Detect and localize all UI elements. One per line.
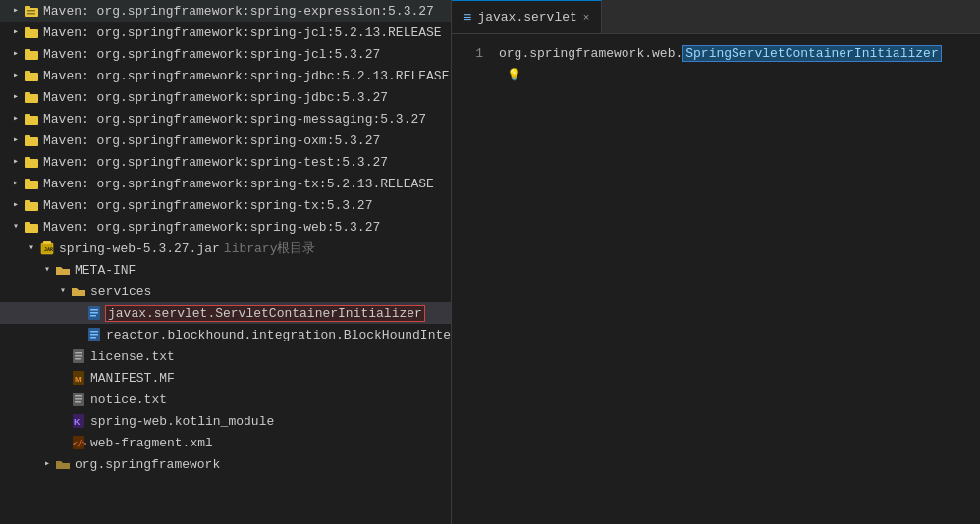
chevron-icon <box>8 89 24 105</box>
maven-spring-jdbc-release-item[interactable]: Maven: org.springframework:spring-jdbc:5… <box>0 65 451 86</box>
maven-spring-jdbc-item[interactable]: Maven: org.springframework:spring-jdbc:5… <box>0 86 451 108</box>
maven-spring-tx-item[interactable]: Maven: org.springframework:spring-tx:5.3… <box>0 194 451 216</box>
kotlin-module-item[interactable]: K spring-web.kotlin_module <box>0 410 451 432</box>
file-tree[interactable]: Maven: org.springframework:spring-expres… <box>0 0 452 524</box>
chevron-icon <box>39 262 55 278</box>
tab-bar: javax.servlet × <box>452 0 980 34</box>
maven-folder-icon <box>24 176 39 191</box>
maven-folder-icon <box>24 46 39 62</box>
license-txt-item[interactable]: license.txt <box>0 345 451 367</box>
svg-rect-12 <box>25 116 38 125</box>
services-folder-item[interactable]: services <box>0 281 451 302</box>
notice-label: notice.txt <box>90 393 167 407</box>
svg-text:K: K <box>74 417 81 427</box>
highlighted-class: SpringServletContainerInitializer <box>682 45 941 62</box>
tree-item-label: META-INF <box>75 263 136 278</box>
meta-inf-item[interactable]: META-INF <box>0 259 451 281</box>
maven-spring-web-item[interactable]: Maven: org.springframework:spring-web:5.… <box>0 216 451 237</box>
svg-rect-29 <box>90 312 98 314</box>
svg-rect-9 <box>25 71 30 74</box>
svg-rect-37 <box>75 355 82 357</box>
maven-spring-expression-item[interactable]: Maven: org.springframework:spring-expres… <box>0 0 451 22</box>
svg-rect-17 <box>25 157 30 160</box>
svg-rect-43 <box>75 398 82 400</box>
tree-item-label: Maven: org.springframework:spring-messag… <box>43 112 426 127</box>
bulb-hint-line <box>452 64 980 85</box>
kotlin-module-label: spring-web.kotlin_module <box>90 414 274 429</box>
svg-rect-25 <box>43 241 51 244</box>
chevron-icon <box>8 197 24 213</box>
services-label: services <box>90 285 151 299</box>
jar-suffix-label: library根目录 <box>224 239 316 257</box>
svg-rect-16 <box>25 159 38 168</box>
file-lines-icon <box>86 305 102 321</box>
file-xml-icon: </> <box>71 435 86 450</box>
svg-rect-2 <box>27 10 35 12</box>
tab-label: javax.servlet <box>477 10 576 25</box>
svg-rect-30 <box>90 315 96 317</box>
svg-rect-14 <box>25 137 38 146</box>
maven-spring-jcl-item[interactable]: Maven: org.springframework:spring-jcl:5.… <box>0 43 451 65</box>
chevron-icon <box>8 25 24 40</box>
svg-rect-8 <box>25 73 38 81</box>
maven-folder-icon <box>24 154 39 170</box>
svg-rect-0 <box>25 8 38 17</box>
maven-spring-tx-release-item[interactable]: Maven: org.springframework:spring-tx:5.2… <box>0 173 451 194</box>
javax-servlet-init-label: javax.servlet.ServletContainerInitialize… <box>106 306 424 321</box>
maven-spring-oxm-item[interactable]: Maven: org.springframework:spring-oxm:5.… <box>0 130 451 151</box>
org-springframework-item[interactable]: org.springframework <box>0 453 451 475</box>
svg-rect-32 <box>90 331 98 333</box>
svg-rect-11 <box>25 92 30 95</box>
svg-rect-34 <box>90 337 96 339</box>
maven-spring-jcl-release-item[interactable]: Maven: org.springframework:spring-jcl:5.… <box>0 22 451 43</box>
maven-folder-icon <box>24 132 39 148</box>
chevron-icon <box>55 284 71 299</box>
tab-close-button[interactable]: × <box>583 12 590 24</box>
chevron-icon <box>8 219 24 235</box>
spring-web-jar-item[interactable]: JAR spring-web-5.3.27.jar library根目录 <box>0 237 451 259</box>
svg-rect-1 <box>25 6 30 9</box>
reactor-blockhound-label: reactor.blockhound.integration.BlockHoun… <box>106 328 452 342</box>
line-content: org.springframework.web.SpringServletCon… <box>499 46 942 61</box>
svg-rect-36 <box>75 352 82 354</box>
file-lines-icon <box>86 327 102 342</box>
maven-spring-test-item[interactable]: Maven: org.springframework:spring-test:5… <box>0 151 451 173</box>
javax-servlet-tab[interactable]: javax.servlet × <box>452 0 602 33</box>
tree-item-label: Maven: org.springframework:spring-jdbc:5… <box>43 90 388 105</box>
tree-item-label: Maven: org.springframework:spring-jcl:5.… <box>43 47 380 62</box>
svg-rect-33 <box>90 334 98 336</box>
web-fragment-item[interactable]: </> web-fragment.xml <box>0 432 451 453</box>
tree-item-label: Maven: org.springframework:spring-oxm:5.… <box>43 133 380 148</box>
tree-item-label: Maven: org.springframework:spring-jdbc:5… <box>43 69 449 83</box>
notice-item[interactable]: notice.txt <box>0 389 451 410</box>
chevron-icon <box>8 68 24 83</box>
folder-open-icon <box>71 284 86 299</box>
svg-rect-4 <box>25 29 38 38</box>
svg-rect-23 <box>25 222 30 225</box>
tree-item-label: Maven: org.springframework:spring-jcl:5.… <box>43 26 442 40</box>
folder-icon <box>55 456 71 472</box>
chevron-icon <box>8 3 24 19</box>
maven-folder-icon <box>24 111 39 127</box>
svg-text:JAR: JAR <box>44 246 54 252</box>
javax-servlet-init-item[interactable]: javax.servlet.ServletContainerInitialize… <box>0 302 451 324</box>
maven-folder-icon <box>24 25 39 40</box>
org-springframework-label: org.springframework <box>75 457 220 472</box>
svg-rect-44 <box>75 401 81 403</box>
svg-text:M: M <box>75 375 82 384</box>
maven-folder-icon <box>24 68 39 83</box>
svg-rect-6 <box>25 51 38 60</box>
maven-spring-messaging-item[interactable]: Maven: org.springframework:spring-messag… <box>0 108 451 130</box>
chevron-icon <box>8 154 24 170</box>
folder-open-icon <box>55 262 71 278</box>
manifest-item[interactable]: M MANIFEST.MF <box>0 367 451 389</box>
license-label: license.txt <box>90 349 175 364</box>
svg-rect-5 <box>25 27 30 30</box>
web-fragment-label: web-fragment.xml <box>90 436 213 450</box>
svg-rect-20 <box>25 202 38 211</box>
tree-item-label: Maven: org.springframework:spring-web:5.… <box>43 220 380 235</box>
reactor-blockhound-item[interactable]: reactor.blockhound.integration.BlockHoun… <box>0 324 451 345</box>
jar-icon: JAR <box>39 240 55 256</box>
editor-content: 1 org.springframework.web.SpringServletC… <box>452 34 980 524</box>
maven-folder-icon <box>24 197 39 213</box>
